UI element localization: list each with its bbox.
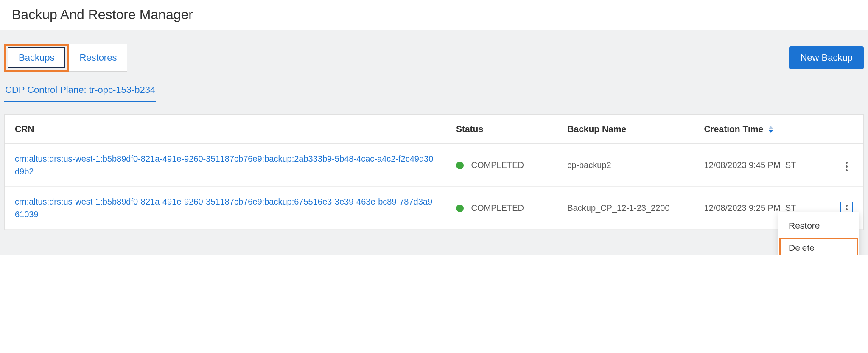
content-area: Backups Restores New Backup CDP Control … <box>0 30 868 255</box>
actions-cell <box>830 144 863 187</box>
status-cell: COMPLETED <box>446 187 557 230</box>
subtab-control-plane[interactable]: CDP Control Plane: tr-opc-153-b234 <box>4 80 156 102</box>
table-row: crn:altus:drs:us-west-1:b5b89df0-821a-49… <box>5 144 863 187</box>
row-actions-button[interactable] <box>840 159 853 174</box>
crn-cell: crn:altus:drs:us-west-1:b5b89df0-821a-49… <box>5 187 446 230</box>
actions-cell: Restore Delete View Logs <box>830 187 863 230</box>
tab-restores[interactable]: Restores <box>69 44 127 72</box>
highlight-backups-tab: Backups <box>4 44 69 72</box>
crn-link[interactable]: crn:altus:drs:us-west-1:b5b89df0-821a-49… <box>15 154 433 176</box>
status-text: COMPLETED <box>471 203 524 213</box>
col-header-time-label: Creation Time <box>704 124 763 134</box>
table-row: crn:altus:drs:us-west-1:b5b89df0-821a-49… <box>5 187 863 230</box>
time-cell: 12/08/2023 9:45 PM IST <box>694 144 830 187</box>
col-header-actions <box>830 115 863 144</box>
status-text: COMPLETED <box>471 160 524 170</box>
new-backup-button[interactable]: New Backup <box>789 46 864 69</box>
toolbar: Backups Restores New Backup <box>4 44 864 72</box>
crn-link[interactable]: crn:altus:drs:us-west-1:b5b89df0-821a-49… <box>15 197 432 219</box>
col-header-time[interactable]: Creation Time <box>694 115 830 144</box>
col-header-name[interactable]: Backup Name <box>557 115 694 144</box>
menu-item-restore[interactable]: Restore <box>778 215 859 237</box>
col-header-status[interactable]: Status <box>446 115 557 144</box>
status-dot-icon <box>456 205 464 212</box>
tab-group: Backups Restores <box>4 44 127 72</box>
status-cell: COMPLETED <box>446 144 557 187</box>
menu-item-delete[interactable]: Delete <box>778 237 859 255</box>
subtab-row: CDP Control Plane: tr-opc-153-b234 <box>4 80 864 102</box>
name-cell: Backup_CP_12-1-23_2200 <box>557 187 694 230</box>
col-header-crn[interactable]: CRN <box>5 115 446 144</box>
tab-backups[interactable]: Backups <box>8 47 65 68</box>
name-cell: cp-backup2 <box>557 144 694 187</box>
sort-icon <box>768 126 773 133</box>
page-title: Backup And Restore Manager <box>0 0 868 30</box>
row-actions-menu: Restore Delete View Logs <box>778 212 859 255</box>
status-dot-icon <box>456 162 464 169</box>
crn-cell: crn:altus:drs:us-west-1:b5b89df0-821a-49… <box>5 144 446 187</box>
backups-table: CRN Status Backup Name Creation Time cr <box>4 114 864 230</box>
